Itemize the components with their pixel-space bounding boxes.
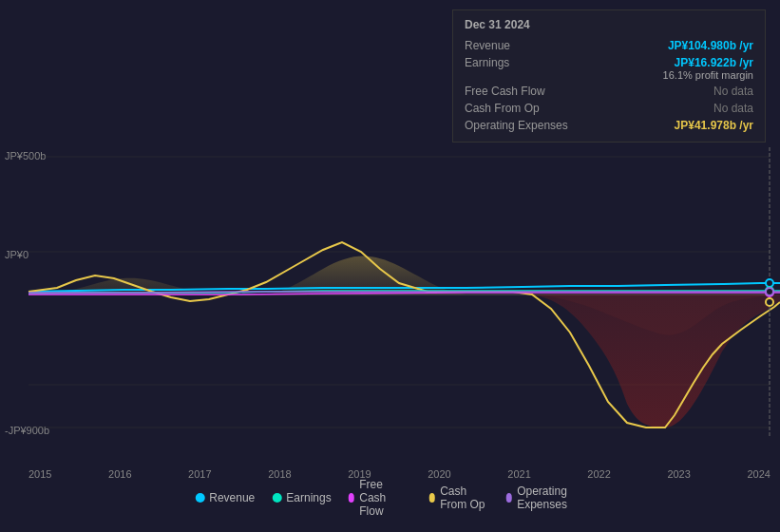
chart-container: Dec 31 2024 Revenue JP¥104.980b /yr Earn… [0, 0, 780, 532]
tooltip-label-earnings: Earnings [465, 56, 579, 69]
tooltip-label-revenue: Revenue [465, 39, 579, 52]
chart-svg [0, 147, 780, 437]
tooltip-row-opex: Operating Expenses JP¥41.978b /yr [465, 117, 753, 134]
legend: Revenue Earnings Free Cash Flow Cash Fro… [195, 478, 585, 518]
legend-dot-opex [506, 493, 513, 503]
tooltip-value-cashfromop: No data [713, 102, 753, 115]
svg-point-6 [766, 279, 773, 287]
tooltip-value-revenue: JP¥104.980b /yr [668, 39, 753, 52]
svg-point-10 [766, 288, 773, 295]
tooltip-row-revenue: Revenue JP¥104.980b /yr [465, 37, 753, 54]
legend-item-earnings[interactable]: Earnings [272, 491, 331, 504]
tooltip-label-cashfromop: Cash From Op [465, 102, 579, 115]
tooltip-value-fcf: No data [713, 85, 753, 98]
x-label-2016: 2016 [108, 468, 131, 480]
legend-label-revenue: Revenue [209, 491, 255, 504]
legend-dot-cashfromop [429, 493, 436, 503]
svg-point-9 [766, 298, 773, 306]
legend-label-earnings: Earnings [286, 491, 331, 504]
tooltip-label-opex: Operating Expenses [465, 119, 579, 132]
legend-label-cashfromop: Cash From Op [440, 484, 488, 511]
legend-item-cashfromop[interactable]: Cash From Op [429, 484, 489, 511]
legend-dot-revenue [195, 493, 204, 503]
tooltip-label-fcf: Free Cash Flow [465, 85, 579, 98]
legend-dot-earnings [272, 493, 281, 503]
tooltip-panel: Dec 31 2024 Revenue JP¥104.980b /yr Earn… [452, 10, 766, 142]
legend-item-opex[interactable]: Operating Expenses [506, 484, 585, 511]
x-label-2022: 2022 [587, 468, 610, 480]
tooltip-value-opex: JP¥41.978b /yr [675, 119, 753, 132]
profit-margin: 16.1% profit margin [663, 69, 753, 81]
legend-dot-fcf [349, 493, 355, 503]
x-label-2023: 2023 [667, 468, 690, 480]
x-label-2024: 2024 [747, 468, 770, 480]
legend-item-revenue[interactable]: Revenue [195, 491, 255, 504]
legend-label-opex: Operating Expenses [517, 484, 585, 511]
tooltip-row-fcf: Free Cash Flow No data [465, 83, 753, 100]
legend-label-fcf: Free Cash Flow [359, 478, 411, 518]
tooltip-row-cashfromop: Cash From Op No data [465, 100, 753, 117]
x-label-2015: 2015 [29, 468, 51, 480]
tooltip-title: Dec 31 2024 [465, 18, 753, 31]
tooltip-value-earnings: JP¥16.922b /yr [663, 56, 753, 69]
legend-item-fcf[interactable]: Free Cash Flow [349, 478, 412, 518]
tooltip-row-earnings: Earnings JP¥16.922b /yr 16.1% profit mar… [465, 54, 753, 83]
